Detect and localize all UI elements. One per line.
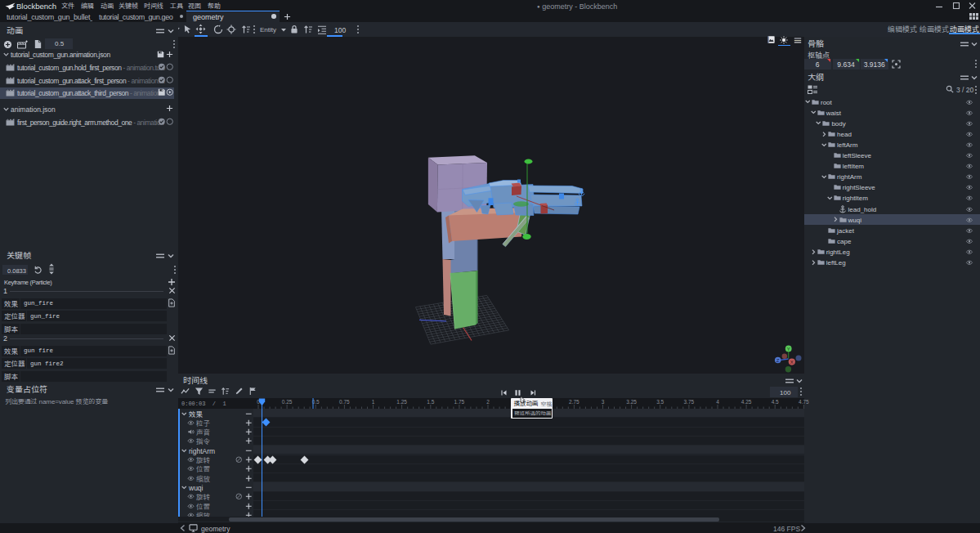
svg-text:2.75: 2.75 <box>569 399 579 405</box>
svg-text:3.75: 3.75 <box>684 399 695 405</box>
svg-text:0.25: 0.25 <box>282 399 293 405</box>
svg-text:3.25: 3.25 <box>626 399 637 405</box>
svg-text:0.75: 0.75 <box>339 399 350 405</box>
svg-text:1.25: 1.25 <box>396 399 407 405</box>
svg-text:4.75: 4.75 <box>799 399 809 405</box>
svg-text:1.75: 1.75 <box>454 399 465 405</box>
svg-text:3: 3 <box>602 399 605 405</box>
svg-text:2: 2 <box>486 399 490 405</box>
svg-text:Z: Z <box>776 358 780 363</box>
svg-text:4.25: 4.25 <box>741 399 752 405</box>
svg-text:4: 4 <box>716 399 719 405</box>
svg-text:4.5: 4.5 <box>772 399 779 405</box>
svg-text:3.5: 3.5 <box>656 399 664 405</box>
svg-text:Y: Y <box>787 347 790 352</box>
svg-text:X: X <box>790 360 794 365</box>
svg-text:1.5: 1.5 <box>427 399 434 405</box>
svg-text:1: 1 <box>372 399 375 405</box>
